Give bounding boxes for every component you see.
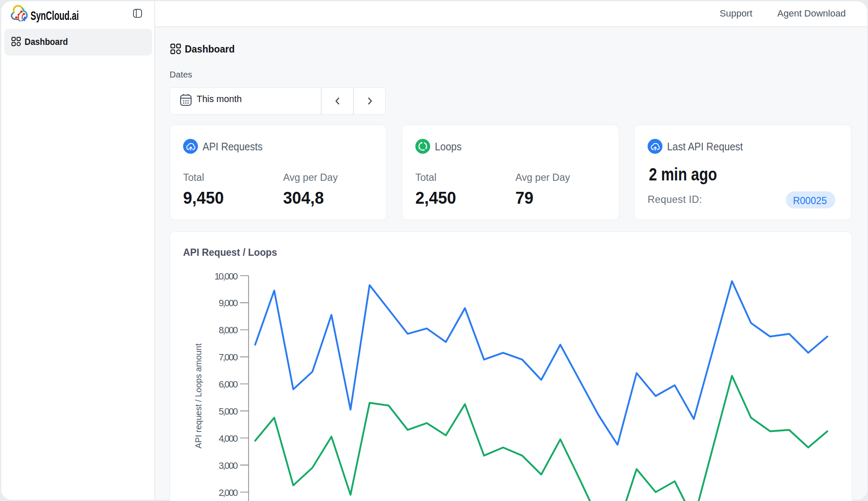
- svg-text:3,000: 3,000: [219, 460, 238, 471]
- svg-text:4,000: 4,000: [219, 433, 238, 444]
- svg-text:7,000: 7,000: [219, 352, 238, 363]
- svg-text:2,000: 2,000: [219, 487, 238, 498]
- svg-text:9,000: 9,000: [219, 298, 238, 308]
- svg-text:6,000: 6,000: [219, 379, 238, 390]
- svg-text:API request / Loops amount: API request / Loops amount: [194, 343, 203, 448]
- svg-text:5,000: 5,000: [219, 406, 238, 417]
- svg-text:8,000: 8,000: [219, 325, 238, 335]
- svg-text:10,000: 10,000: [214, 271, 238, 282]
